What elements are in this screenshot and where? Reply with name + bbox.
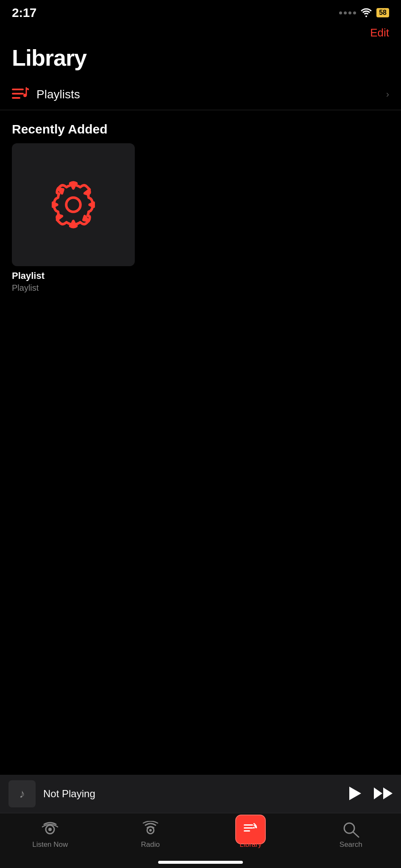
album-subtitle: Playlist [12, 283, 135, 293]
now-playing-controls [348, 786, 393, 802]
tab-radio[interactable]: Radio [100, 819, 201, 851]
svg-point-11 [149, 829, 152, 832]
library-icon [241, 821, 260, 838]
battery-level: 58 [379, 9, 387, 17]
page-header: Edit [0, 23, 401, 41]
home-indicator [158, 861, 243, 864]
tab-library[interactable]: Library [200, 819, 301, 851]
tab-radio-label: Radio [141, 840, 160, 849]
svg-marker-6 [374, 787, 382, 799]
chevron-right-icon: › [386, 89, 389, 100]
tab-search[interactable]: Search [301, 819, 401, 851]
playlists-row[interactable]: Playlists › [0, 79, 401, 110]
tab-listen-now-label: Listen Now [32, 840, 68, 849]
svg-point-3 [23, 94, 27, 97]
svg-rect-2 [12, 97, 20, 99]
radio-icon [141, 821, 160, 838]
edit-button[interactable]: Edit [370, 26, 389, 39]
battery-indicator: 58 [376, 8, 389, 17]
svg-rect-12 [244, 824, 253, 826]
status-time: 2:17 [12, 6, 36, 20]
svg-rect-0 [12, 89, 24, 90]
fast-forward-button[interactable] [374, 787, 393, 801]
tab-search-label: Search [340, 840, 362, 849]
svg-point-9 [48, 828, 52, 831]
svg-marker-5 [349, 787, 361, 800]
signal-icon [339, 11, 356, 14]
svg-rect-13 [244, 827, 253, 829]
recently-added-header: Recently Added [0, 110, 401, 143]
svg-marker-7 [383, 787, 393, 799]
play-button[interactable] [348, 786, 362, 802]
music-note-icon: ♪ [19, 787, 25, 801]
tab-listen-now[interactable]: Listen Now [0, 819, 100, 851]
svg-point-15 [253, 827, 255, 829]
now-playing-bar[interactable]: ♪ Not Playing [0, 775, 401, 813]
status-bar: 2:17 58 [0, 0, 401, 23]
playlists-label: Playlists [36, 88, 386, 101]
now-playing-title: Not Playing [43, 788, 348, 800]
album-card[interactable]: Playlist Playlist [12, 143, 135, 293]
now-playing-thumbnail: ♪ [8, 780, 36, 807]
search-icon [341, 821, 361, 838]
page-title: Library [0, 41, 401, 79]
album-art [12, 143, 135, 266]
svg-line-17 [353, 832, 359, 837]
wifi-icon [360, 8, 372, 17]
svg-rect-14 [244, 830, 250, 832]
album-title: Playlist [12, 270, 135, 281]
svg-point-4 [66, 198, 81, 212]
tab-bar: Listen Now Radio [0, 813, 401, 868]
gear-icon [48, 179, 99, 230]
status-icons: 58 [339, 8, 389, 17]
listen-now-icon [40, 821, 60, 838]
playlist-icon [12, 87, 29, 102]
svg-rect-1 [12, 93, 24, 95]
recently-added-grid: Playlist Playlist [0, 143, 401, 293]
tab-library-label: Library [239, 840, 262, 849]
